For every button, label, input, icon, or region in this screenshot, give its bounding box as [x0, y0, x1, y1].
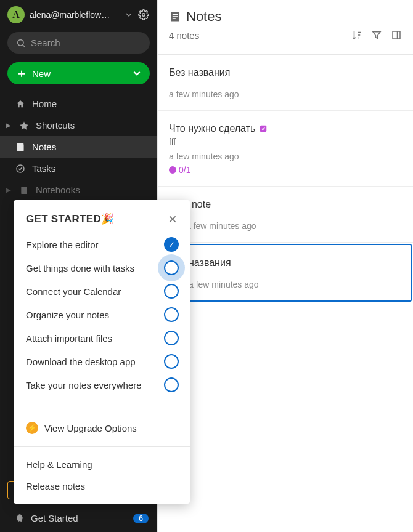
svg-rect-3 [17, 143, 24, 151]
notebook-icon [18, 185, 30, 195]
search-icon [16, 38, 26, 48]
note-time: a few minutes ago [171, 280, 399, 289]
rocket-icon [15, 514, 25, 523]
sidebar-item-label: Notes [32, 142, 56, 152]
get-started-badge: 6 [133, 514, 149, 523]
new-button-label: New [32, 68, 128, 79]
note-item[interactable]: t note a few minutes ago [158, 187, 413, 243]
sidebar-item-label: Get Started [31, 513, 127, 523]
gear-icon[interactable] [137, 9, 150, 21]
check-circle-icon [15, 164, 26, 174]
sidebar-item-home[interactable]: Home [0, 93, 157, 115]
task-badge-icon [259, 124, 268, 133]
avatar: A [7, 6, 25, 23]
note-time: a few minutes ago [169, 89, 402, 99]
svg-point-4 [17, 165, 24, 172]
sidebar-item-get-started[interactable]: Get Started 6 [0, 507, 157, 532]
note-item[interactable]: названия a few minutes ago [159, 244, 412, 302]
view-icon[interactable] [391, 30, 402, 41]
sidebar-item-notebooks[interactable]: ▶ Notebooks [0, 179, 157, 201]
note-time: a few minutes ago [169, 151, 402, 161]
svg-rect-5 [21, 187, 27, 194]
sidebar-item-label: Shortcuts [36, 120, 75, 131]
svg-point-1 [18, 39, 23, 45]
task-progress-icon [169, 166, 176, 174]
sidebar-item-label: Home [32, 99, 57, 109]
check-done-icon: ✓ [164, 237, 179, 252]
divider [14, 409, 190, 409]
sidebar-item-shortcuts[interactable]: ▶ Shortcuts [0, 115, 157, 136]
home-icon [15, 99, 26, 109]
sidebar-item-tasks[interactable]: Tasks [0, 158, 157, 179]
page-title: Notes [186, 9, 221, 25]
svg-rect-10 [393, 31, 400, 39]
sidebar-item-label: Tasks [32, 163, 55, 174]
check-todo-icon [164, 307, 179, 322]
note-title: Без названия [169, 67, 402, 78]
bolt-icon: ⚡ [26, 422, 38, 434]
upgrade-link[interactable]: ⚡ View Upgrade Options [14, 413, 190, 443]
svg-rect-9 [173, 18, 176, 19]
note-count: 4 notes [169, 30, 351, 41]
check-todo-icon [164, 331, 179, 345]
plus-icon: ＋ [16, 68, 27, 79]
sidebar-item-notes[interactable]: Notes [0, 136, 157, 158]
release-notes-link[interactable]: Release notes [14, 478, 190, 504]
expand-icon[interactable]: ▶ [6, 187, 12, 193]
svg-point-0 [142, 14, 145, 17]
main: Notes 4 notes Без названия a few minutes… [157, 0, 413, 532]
checklist-item-organize[interactable]: Organize your notes [26, 303, 182, 326]
svg-line-2 [23, 45, 25, 47]
check-todo-icon [164, 354, 179, 369]
checklist-item-everywhere[interactable]: Take your notes everywhere [26, 373, 182, 397]
sidebar-item-label: Notebooks [36, 185, 80, 195]
nav: Home ▶ Shortcuts Notes Tasks ▶ N [0, 93, 157, 201]
search-placeholder: Search [31, 38, 60, 48]
popup-title: GET STARTED🎉 [26, 212, 168, 225]
note-list: Без названия a few minutes ago Что нужно… [158, 55, 413, 532]
note-icon [15, 142, 26, 152]
help-link[interactable]: Help & Learning [14, 451, 190, 478]
svg-rect-8 [173, 16, 178, 17]
note-title: Что нужно сделать [169, 123, 402, 134]
note-icon [169, 10, 181, 23]
close-icon[interactable] [168, 214, 178, 224]
note-item[interactable]: Без названия a few minutes ago [158, 55, 413, 111]
check-todo-icon [164, 284, 179, 299]
account-email: alena@marbleflow… [30, 10, 120, 20]
checklist-item-attach[interactable]: Attach important files [26, 326, 182, 350]
checklist-item-explore-editor[interactable]: Explore the editor ✓ [26, 233, 182, 256]
main-header: Notes 4 notes [158, 0, 413, 54]
search-input[interactable]: Search [7, 32, 150, 54]
checklist-item-calendar[interactable]: Connect your Calendar [26, 280, 182, 303]
account-row[interactable]: A alena@marbleflow… [0, 0, 157, 30]
get-started-popup: GET STARTED🎉 Explore the editor ✓ Get th… [14, 200, 190, 504]
check-todo-icon [164, 260, 179, 275]
chevron-down-icon [125, 11, 133, 18]
note-title: названия [171, 257, 399, 268]
sort-icon[interactable] [351, 30, 362, 41]
checklist-item-tasks[interactable]: Get things done with tasks [26, 256, 182, 280]
svg-rect-7 [173, 14, 178, 15]
chevron-down-icon [133, 69, 141, 78]
filter-icon[interactable] [371, 30, 382, 41]
check-todo-icon [164, 377, 179, 392]
note-title: t note [169, 199, 402, 210]
checklist-item-desktop[interactable]: Download the desktop app [26, 350, 182, 373]
popup-checklist: Explore the editor ✓ Get things done wit… [14, 230, 190, 405]
expand-icon[interactable]: ▶ [6, 122, 12, 129]
note-task-count: 0/1 [169, 165, 402, 175]
star-icon [18, 121, 30, 131]
note-item[interactable]: Что нужно сделать fff a few minutes ago … [158, 111, 413, 187]
divider [14, 446, 190, 447]
new-button[interactable]: ＋ New [7, 62, 150, 84]
note-snippet: fff [169, 137, 402, 147]
note-time: a few minutes ago [169, 221, 402, 231]
